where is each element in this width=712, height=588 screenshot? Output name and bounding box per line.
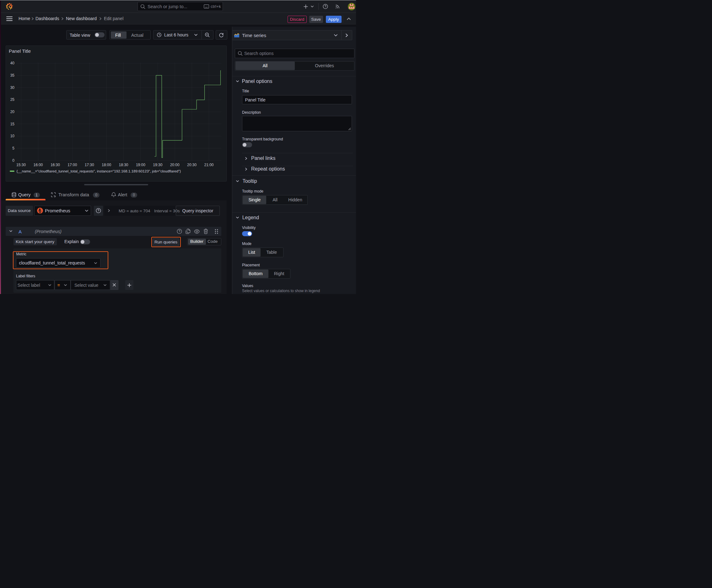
- svg-text:17:00: 17:00: [67, 163, 77, 167]
- svg-text:40: 40: [10, 61, 15, 65]
- svg-text:17:30: 17:30: [85, 163, 94, 167]
- svg-text:5: 5: [12, 146, 15, 150]
- svg-text:21:00: 21:00: [204, 163, 214, 167]
- svg-text:15: 15: [10, 122, 15, 126]
- svg-text:15:30: 15:30: [16, 163, 26, 167]
- svg-text:16:30: 16:30: [50, 163, 60, 167]
- svg-text:10: 10: [10, 134, 15, 138]
- svg-text:20:30: 20:30: [187, 163, 196, 167]
- svg-text:20:00: 20:00: [170, 163, 179, 167]
- svg-text:35: 35: [10, 73, 15, 78]
- svg-text:19:30: 19:30: [153, 163, 162, 167]
- svg-text:18:00: 18:00: [102, 163, 111, 167]
- svg-text:30: 30: [10, 85, 15, 90]
- svg-text:18:30: 18:30: [118, 163, 128, 167]
- svg-text:25: 25: [10, 97, 15, 102]
- svg-text:20: 20: [10, 110, 15, 114]
- svg-text:19:00: 19:00: [136, 163, 145, 167]
- svg-text:16:00: 16:00: [33, 163, 43, 167]
- svg-text:0: 0: [12, 158, 15, 163]
